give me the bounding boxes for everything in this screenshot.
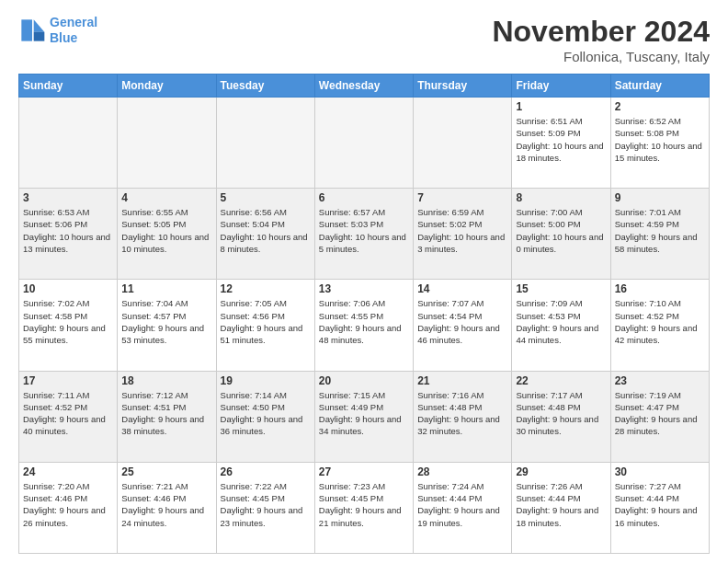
month-title: November 2024 (492, 15, 710, 49)
day-number: 26 (221, 465, 311, 478)
table-cell: 22Sunrise: 7:17 AM Sunset: 4:48 PM Dayli… (512, 371, 610, 462)
table-cell: 1Sunrise: 6:51 AM Sunset: 5:09 PM Daylig… (512, 98, 610, 189)
day-info: Sunrise: 6:51 AM Sunset: 5:09 PM Dayligh… (516, 115, 606, 164)
table-row: 1Sunrise: 6:51 AM Sunset: 5:09 PM Daylig… (19, 98, 710, 189)
table-cell (414, 98, 512, 189)
table-cell: 21Sunrise: 7:16 AM Sunset: 4:48 PM Dayli… (414, 371, 512, 462)
table-cell: 6Sunrise: 6:57 AM Sunset: 5:03 PM Daylig… (314, 189, 413, 280)
day-number: 2 (615, 100, 705, 113)
table-cell (314, 98, 413, 189)
logo-icon (18, 17, 46, 44)
col-thursday: Thursday (414, 75, 512, 98)
table-cell: 7Sunrise: 6:59 AM Sunset: 5:02 PM Daylig… (414, 189, 512, 280)
day-info: Sunrise: 7:24 AM Sunset: 4:44 PM Dayligh… (417, 480, 507, 529)
day-info: Sunrise: 6:57 AM Sunset: 5:03 PM Dayligh… (319, 206, 409, 255)
day-info: Sunrise: 7:12 AM Sunset: 4:51 PM Dayligh… (121, 389, 211, 438)
page: General Blue November 2024 Follonica, Tu… (0, 0, 728, 563)
day-number: 14 (417, 282, 507, 295)
day-info: Sunrise: 7:20 AM Sunset: 4:46 PM Dayligh… (23, 480, 113, 529)
day-info: Sunrise: 7:23 AM Sunset: 4:45 PM Dayligh… (319, 480, 409, 529)
day-number: 27 (319, 465, 409, 478)
col-sunday: Sunday (19, 75, 118, 98)
table-cell: 25Sunrise: 7:21 AM Sunset: 4:46 PM Dayli… (118, 462, 216, 553)
table-row: 17Sunrise: 7:11 AM Sunset: 4:52 PM Dayli… (19, 371, 710, 462)
day-number: 21 (417, 374, 507, 387)
table-cell: 26Sunrise: 7:22 AM Sunset: 4:45 PM Dayli… (216, 462, 314, 553)
table-cell: 14Sunrise: 7:07 AM Sunset: 4:54 PM Dayli… (414, 280, 512, 371)
table-cell: 18Sunrise: 7:12 AM Sunset: 4:51 PM Dayli… (118, 371, 216, 462)
day-info: Sunrise: 7:17 AM Sunset: 4:48 PM Dayligh… (516, 389, 606, 438)
col-tuesday: Tuesday (216, 75, 314, 98)
day-info: Sunrise: 7:04 AM Sunset: 4:57 PM Dayligh… (121, 297, 211, 346)
table-cell: 13Sunrise: 7:06 AM Sunset: 4:55 PM Dayli… (314, 280, 413, 371)
day-info: Sunrise: 7:21 AM Sunset: 4:46 PM Dayligh… (121, 480, 211, 529)
day-number: 6 (319, 191, 409, 204)
day-info: Sunrise: 7:07 AM Sunset: 4:54 PM Dayligh… (417, 297, 507, 346)
day-info: Sunrise: 7:26 AM Sunset: 4:44 PM Dayligh… (516, 480, 606, 529)
day-number: 25 (121, 465, 211, 478)
table-cell: 19Sunrise: 7:14 AM Sunset: 4:50 PM Dayli… (216, 371, 314, 462)
logo-line1: General (50, 15, 97, 29)
day-info: Sunrise: 7:15 AM Sunset: 4:49 PM Dayligh… (319, 389, 409, 438)
table-cell: 17Sunrise: 7:11 AM Sunset: 4:52 PM Dayli… (19, 371, 118, 462)
day-number: 19 (221, 374, 311, 387)
day-number: 15 (516, 282, 606, 295)
day-number: 7 (417, 191, 507, 204)
table-cell: 4Sunrise: 6:55 AM Sunset: 5:05 PM Daylig… (118, 189, 216, 280)
svg-marker-1 (34, 31, 45, 40)
table-cell: 3Sunrise: 6:53 AM Sunset: 5:06 PM Daylig… (19, 189, 118, 280)
table-cell: 10Sunrise: 7:02 AM Sunset: 4:58 PM Dayli… (19, 280, 118, 371)
day-info: Sunrise: 7:11 AM Sunset: 4:52 PM Dayligh… (23, 389, 113, 438)
logo: General Blue (18, 15, 97, 46)
table-cell (118, 98, 216, 189)
day-number: 24 (23, 465, 113, 478)
table-cell: 16Sunrise: 7:10 AM Sunset: 4:52 PM Dayli… (610, 280, 709, 371)
day-info: Sunrise: 7:06 AM Sunset: 4:55 PM Dayligh… (319, 297, 409, 346)
day-number: 9 (615, 191, 705, 204)
table-cell: 8Sunrise: 7:00 AM Sunset: 5:00 PM Daylig… (512, 189, 610, 280)
day-info: Sunrise: 6:59 AM Sunset: 5:02 PM Dayligh… (417, 206, 507, 255)
table-cell (216, 98, 314, 189)
table-cell: 2Sunrise: 6:52 AM Sunset: 5:08 PM Daylig… (610, 98, 709, 189)
table-cell: 27Sunrise: 7:23 AM Sunset: 4:45 PM Dayli… (314, 462, 413, 553)
header-row: Sunday Monday Tuesday Wednesday Thursday… (19, 75, 710, 98)
day-info: Sunrise: 7:19 AM Sunset: 4:47 PM Dayligh… (615, 389, 705, 438)
day-info: Sunrise: 7:09 AM Sunset: 4:53 PM Dayligh… (516, 297, 606, 346)
logo-line2: Blue (50, 30, 77, 45)
location: Follonica, Tuscany, Italy (492, 49, 710, 64)
table-row: 24Sunrise: 7:20 AM Sunset: 4:46 PM Dayli… (19, 462, 710, 553)
day-info: Sunrise: 7:01 AM Sunset: 4:59 PM Dayligh… (615, 206, 705, 255)
col-monday: Monday (118, 75, 216, 98)
day-number: 13 (319, 282, 409, 295)
day-info: Sunrise: 7:05 AM Sunset: 4:56 PM Dayligh… (221, 297, 311, 346)
svg-rect-2 (21, 19, 32, 40)
calendar: Sunday Monday Tuesday Wednesday Thursday… (18, 74, 710, 554)
table-cell: 28Sunrise: 7:24 AM Sunset: 4:44 PM Dayli… (414, 462, 512, 553)
day-info: Sunrise: 6:52 AM Sunset: 5:08 PM Dayligh… (615, 115, 705, 164)
col-friday: Friday (512, 75, 610, 98)
table-cell: 12Sunrise: 7:05 AM Sunset: 4:56 PM Dayli… (216, 280, 314, 371)
day-number: 4 (121, 191, 211, 204)
table-cell: 29Sunrise: 7:26 AM Sunset: 4:44 PM Dayli… (512, 462, 610, 553)
day-info: Sunrise: 6:55 AM Sunset: 5:05 PM Dayligh… (121, 206, 211, 255)
day-number: 20 (319, 374, 409, 387)
col-wednesday: Wednesday (314, 75, 413, 98)
table-cell: 30Sunrise: 7:27 AM Sunset: 4:44 PM Dayli… (610, 462, 709, 553)
day-info: Sunrise: 7:14 AM Sunset: 4:50 PM Dayligh… (221, 389, 311, 438)
day-info: Sunrise: 7:02 AM Sunset: 4:58 PM Dayligh… (23, 297, 113, 346)
col-saturday: Saturday (610, 75, 709, 98)
day-number: 23 (615, 374, 705, 387)
svg-marker-0 (34, 19, 45, 31)
table-cell: 9Sunrise: 7:01 AM Sunset: 4:59 PM Daylig… (610, 189, 709, 280)
day-number: 5 (221, 191, 311, 204)
table-cell: 5Sunrise: 6:56 AM Sunset: 5:04 PM Daylig… (216, 189, 314, 280)
day-number: 28 (417, 465, 507, 478)
day-info: Sunrise: 6:56 AM Sunset: 5:04 PM Dayligh… (221, 206, 311, 255)
day-number: 22 (516, 374, 606, 387)
title-block: November 2024 Follonica, Tuscany, Italy (492, 15, 710, 64)
table-row: 10Sunrise: 7:02 AM Sunset: 4:58 PM Dayli… (19, 280, 710, 371)
day-info: Sunrise: 7:22 AM Sunset: 4:45 PM Dayligh… (221, 480, 311, 529)
header: General Blue November 2024 Follonica, Tu… (18, 15, 710, 64)
day-number: 18 (121, 374, 211, 387)
table-cell: 23Sunrise: 7:19 AM Sunset: 4:47 PM Dayli… (610, 371, 709, 462)
